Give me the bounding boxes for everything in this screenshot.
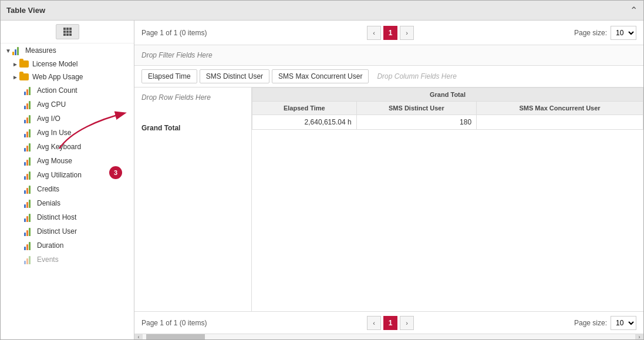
folder-icon	[19, 60, 29, 68]
table-area: Drop Row Fields Here Grand Total Grand T…	[134, 87, 643, 311]
sidebar-item-label: Web App Usage	[32, 73, 83, 81]
filter-drop-zone[interactable]: Drop Filter Fields Here	[134, 45, 643, 66]
bottom-pagination: Page 1 of 1 (0 items) ‹ 1 › Page size: 1…	[134, 311, 643, 334]
measure-icon	[24, 255, 33, 264]
measure-icon	[24, 156, 33, 166]
pagination-controls-top: ‹ 1 ›	[367, 26, 414, 40]
current-page-top[interactable]: 1	[383, 26, 397, 40]
bottom-scrollbar[interactable]: ‹ ›	[134, 334, 643, 339]
grid-view-button[interactable]	[56, 24, 79, 39]
pagination-controls-bottom: ‹ 1 ›	[367, 316, 414, 330]
folder-icon	[19, 73, 29, 80]
sidebar-item-events[interactable]: ► Events	[1, 253, 134, 267]
sidebar-item-label: Avg Utilization	[37, 171, 82, 179]
next-page-button-top[interactable]: ›	[400, 26, 414, 40]
sidebar-item-credits[interactable]: ► Credits	[1, 182, 134, 196]
col-tag-sms-distinct-user[interactable]: SMS Distinct User	[200, 69, 269, 83]
title-bar: Table View ⌃	[1, 1, 643, 21]
sidebar-top	[1, 21, 134, 43]
pagination-info-bottom: Page 1 of 1 (0 items)	[141, 319, 207, 327]
grand-total-header: Grand Total	[252, 88, 643, 102]
sidebar-item-license-model[interactable]: ► License Model	[1, 58, 134, 70]
current-page-bottom[interactable]: 1	[383, 316, 397, 330]
sidebar-item-label: Duration	[37, 241, 63, 250]
prev-page-button-bottom[interactable]: ‹	[367, 316, 381, 330]
next-page-button-bottom[interactable]: ›	[400, 316, 414, 330]
sidebar-item-duration[interactable]: ► Duration	[1, 238, 134, 253]
sidebar-item-avg-keyboard[interactable]: ► Avg Keyboard	[1, 140, 134, 154]
col-header-elapsed-time: Elapsed Time	[252, 102, 357, 115]
prev-page-button-top[interactable]: ‹	[367, 26, 381, 40]
sidebar-item-avg-io[interactable]: ► Avg I/O	[1, 112, 134, 126]
sidebar-item-label: Avg CPU	[37, 100, 66, 109]
cell-sms-distinct-user: 180	[356, 115, 476, 130]
col-header-sms-distinct-user: SMS Distinct User	[356, 102, 476, 115]
sidebar-item-distinct-user[interactable]: ► Distinct User	[1, 224, 134, 238]
sidebar-item-denials[interactable]: ► Denials	[1, 196, 134, 210]
main-content: Page 1 of 1 (0 items) ‹ 1 › Page size: 1…	[134, 21, 643, 339]
measure-icon	[24, 227, 33, 236]
row-drop-zone[interactable]: Drop Row Fields Here	[141, 93, 244, 102]
sidebar-item-label: Distinct Host	[37, 213, 76, 221]
page-size-select-bottom[interactable]: 10 25 50	[611, 316, 636, 330]
expand-arrow: ►	[12, 74, 18, 80]
measure-icon	[24, 86, 33, 95]
sidebar-item-label: Avg Mouse	[37, 157, 72, 165]
sidebar-item-label: Action Count	[37, 86, 77, 95]
scroll-right-arrow[interactable]: ›	[635, 334, 643, 339]
sidebar-item-label: License Model	[32, 60, 77, 68]
sidebar-item-distinct-host[interactable]: ► Distinct Host	[1, 210, 134, 224]
sidebar-item-label: Avg In Use	[37, 129, 71, 137]
scrollbar-thumb[interactable]	[146, 334, 205, 339]
page-size-area-bottom: Page size: 10 25 50	[574, 316, 636, 330]
sidebar: ▼ Measures ► License Model ► Web App	[1, 21, 134, 339]
sidebar-item-label: Events	[37, 255, 59, 264]
grid-icon	[63, 28, 72, 36]
measure-icon	[24, 128, 33, 137]
filter-drop-placeholder: Drop Filter Fields Here	[141, 51, 213, 59]
data-table-panel: Grand Total Elapsed Time SMS Distinct Us…	[252, 87, 643, 311]
measure-icon	[24, 114, 33, 123]
sidebar-item-avg-cpu[interactable]: ► Avg CPU	[1, 97, 134, 112]
column-drop-zone[interactable]: Drop Column Fields Here	[371, 70, 462, 83]
measure-icon	[24, 100, 33, 109]
content-area: ▼ Measures ► License Model ► Web App	[1, 21, 643, 339]
sidebar-item-label: Avg I/O	[37, 115, 60, 123]
measure-icon	[24, 198, 33, 208]
page-size-area-top: Page size: 10 25 50	[574, 26, 636, 40]
col-tag-elapsed-time[interactable]: Elapsed Time	[141, 69, 197, 83]
sidebar-item-action-count[interactable]: ► Action Count	[1, 83, 134, 97]
close-button[interactable]: ⌃	[630, 5, 638, 16]
page-size-label-bottom: Page size:	[574, 319, 607, 327]
measure-icon	[24, 213, 33, 222]
col-tag-sms-max-concurrent-user[interactable]: SMS Max Concurrent User	[272, 69, 369, 83]
sidebar-item-label: Avg Keyboard	[37, 143, 81, 151]
grand-total-row-label: Grand Total	[141, 124, 244, 132]
top-pagination: Page 1 of 1 (0 items) ‹ 1 › Page size: 1…	[134, 21, 643, 45]
expand-arrow: ►	[12, 61, 18, 68]
sidebar-item-label: Distinct User	[37, 227, 77, 235]
window-title: Table View	[6, 6, 45, 15]
table-row: 2,640,615.04 h 180	[252, 115, 643, 130]
sidebar-item-avg-in-use[interactable]: ► Avg In Use	[1, 126, 134, 140]
measure-icon	[24, 184, 33, 194]
main-window: Table View ⌃ ▼	[0, 0, 644, 340]
row-fields-panel: Drop Row Fields Here Grand Total	[134, 87, 252, 311]
sidebar-list: ▼ Measures ► License Model ► Web App	[1, 43, 134, 339]
sidebar-item-label: Measures	[25, 46, 56, 55]
pagination-info-top: Page 1 of 1 (0 items)	[141, 29, 207, 37]
measures-icon	[12, 46, 22, 55]
cell-elapsed-time: 2,640,615.04 h	[252, 115, 357, 130]
column-headers-row: Elapsed Time SMS Distinct User SMS Max C…	[134, 66, 643, 87]
sidebar-item-web-app-usage[interactable]: ► Web App Usage	[1, 70, 134, 83]
expand-arrow: ▼	[5, 48, 11, 54]
sidebar-item-label: Denials	[37, 199, 60, 207]
cell-sms-max-concurrent-user	[477, 115, 643, 130]
col-header-sms-max-concurrent-user: SMS Max Concurrent User	[477, 102, 643, 115]
data-table: Grand Total Elapsed Time SMS Distinct Us…	[252, 87, 643, 130]
measure-icon	[24, 241, 33, 250]
scroll-left-arrow[interactable]: ‹	[134, 334, 143, 339]
sidebar-item-measures[interactable]: ▼ Measures	[1, 43, 134, 58]
measure-icon	[24, 142, 33, 152]
page-size-select-top[interactable]: 10 25 50	[611, 26, 636, 40]
